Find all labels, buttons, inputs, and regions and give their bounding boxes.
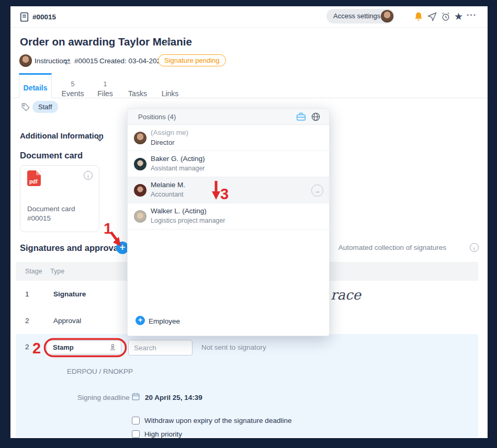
tab-files-label: Files: [97, 88, 113, 99]
signing-deadline-value[interactable]: 20 April 25, 14:39: [145, 394, 202, 401]
document-card-tile[interactable]: pdf Document card #00015: [20, 165, 99, 232]
position-item-melanie[interactable]: Melanie M. Accountant: [128, 177, 329, 203]
tab-events-label: Events: [61, 88, 84, 99]
pdf-file-icon: pdf: [27, 170, 41, 186]
row3-stage: 2: [25, 343, 29, 351]
signatory-status-text: Not sent to signatory: [201, 343, 266, 351]
document-card-title: Document card #00015: [27, 204, 75, 223]
withdraw-checkbox[interactable]: [132, 417, 140, 424]
position-item-baker[interactable]: Baker G. (Acting) Assistant manager: [128, 151, 329, 177]
access-settings-label: Access settings: [333, 12, 380, 20]
document-card-title-line1: Document card: [27, 204, 75, 214]
stamp-icon: [109, 343, 117, 353]
auto-collection-info-icon[interactable]: [470, 243, 479, 252]
screen: #00015 Access settings Order on awarding…: [0, 0, 497, 448]
tab-tasks-label: Tasks: [127, 88, 149, 99]
document-id: #00015: [32, 13, 56, 21]
table-row-stamp-expanded: 2 Stamp Not sent to signatory EDRPOU / R…: [16, 334, 478, 437]
tab-events-count: 5: [61, 80, 84, 88]
melanie-name: Melanie M.: [151, 181, 185, 189]
add-employee-label: Employee: [149, 317, 180, 325]
tab-tasks-count: [127, 80, 149, 88]
walker-role: Logistics project manager: [151, 217, 225, 224]
high-priority-checkbox[interactable]: [132, 430, 140, 438]
tab-details[interactable]: Details: [19, 73, 52, 98]
document-card-title-line2: #00015: [27, 214, 75, 223]
edit-title-pencil-icon[interactable]: [163, 38, 172, 49]
assign-me-role: Director: [151, 139, 175, 146]
tab-links-label: Links: [159, 88, 181, 99]
positions-popup: Positions (4) (Assign me) Director Baker…: [127, 108, 330, 336]
reminder-clock-icon[interactable]: [440, 12, 451, 24]
favorite-star-icon[interactable]: [454, 10, 463, 22]
top-bar: #00015 Access settings: [10, 6, 488, 28]
type-select-stamp[interactable]: Stamp: [47, 340, 121, 354]
doc-number: #00015: [74, 57, 98, 65]
baker-role: Assistant manager: [151, 165, 205, 172]
user-avatar: [381, 10, 393, 22]
row1-type: Signature: [53, 290, 86, 298]
author-avatar: [19, 54, 32, 67]
high-priority-checkbox-label: High priority: [144, 430, 182, 438]
melanie-avatar: [134, 184, 146, 197]
notifications-bell-icon[interactable]: [413, 12, 424, 24]
created-date: Created: 03-04-2025: [99, 57, 165, 65]
tab-events[interactable]: 5 Events: [61, 80, 84, 99]
signing-deadline-label: Signing deadline: [77, 394, 130, 401]
assign-me-avatar: [134, 132, 146, 144]
withdraw-checkbox-label: Withdraw upon expiry of the signature de…: [144, 417, 291, 424]
walker-avatar: [134, 210, 146, 223]
edrpou-label: EDRPOU / RNOKPP: [67, 367, 133, 375]
select-melanie-arrow-icon[interactable]: [311, 185, 323, 197]
add-employee-plus-icon: [135, 316, 145, 325]
tab-links-count: [159, 80, 181, 88]
baker-avatar: [134, 158, 146, 170]
external-globe-icon[interactable]: [311, 112, 321, 124]
access-settings-button[interactable]: Access settings: [326, 9, 394, 24]
chevron-down-icon[interactable]: [97, 134, 103, 144]
tab-files-count: 1: [97, 80, 113, 88]
doc-type-label: Instruction: [35, 57, 67, 65]
signature-handwriting: race: [331, 287, 361, 303]
tab-links[interactable]: Links: [159, 80, 181, 99]
walker-name: Walker L. (Acting): [151, 207, 207, 215]
change-type-swap-icon[interactable]: [63, 58, 72, 67]
pdf-file-label: pdf: [29, 179, 38, 185]
tag-icon: [21, 102, 30, 114]
additional-info-heading[interactable]: Additional Information: [20, 131, 104, 140]
document-icon: [20, 12, 29, 24]
position-item-assign-me[interactable]: (Assign me) Director: [128, 125, 329, 151]
signatures-heading: Signatures and approvals: [20, 243, 126, 253]
tab-details-label: Details: [19, 84, 51, 92]
row2-type: Approval: [53, 317, 81, 325]
col-stage-header: Stage: [25, 262, 42, 281]
positions-briefcase-icon[interactable]: [296, 112, 306, 123]
type-select-value: Stamp: [53, 341, 74, 354]
row2-stage: 2: [25, 317, 29, 325]
add-employee-button[interactable]: Employee: [128, 313, 329, 330]
more-options-icon[interactable]: [467, 10, 477, 20]
calendar-icon[interactable]: [131, 392, 140, 403]
auto-collection-label: Automated collection of signatures: [338, 244, 446, 251]
status-badge: Signature pending: [158, 54, 226, 66]
baker-name: Baker G. (Acting): [151, 155, 205, 163]
melanie-role: Accountant: [151, 191, 184, 198]
position-item-walker[interactable]: Walker L. (Acting) Logistics project man…: [128, 203, 329, 229]
send-icon[interactable]: [427, 12, 437, 24]
card-info-icon[interactable]: [84, 171, 93, 180]
signatory-search-input[interactable]: [128, 340, 193, 355]
col-type-header: Type: [50, 262, 64, 281]
tag-chip-staff[interactable]: Staff: [32, 101, 58, 113]
positions-popup-header: Positions (4): [128, 109, 329, 125]
positions-popup-title: Positions (4): [138, 113, 176, 121]
row1-stage: 1: [25, 290, 29, 298]
tab-files[interactable]: 1 Files: [97, 80, 113, 99]
tab-bar: Details 5 Events 1 Files Tasks Links: [10, 73, 488, 98]
assign-me-name: (Assign me): [151, 129, 188, 136]
tab-tasks[interactable]: Tasks: [127, 80, 149, 99]
document-card-heading: Document card: [20, 151, 83, 160]
